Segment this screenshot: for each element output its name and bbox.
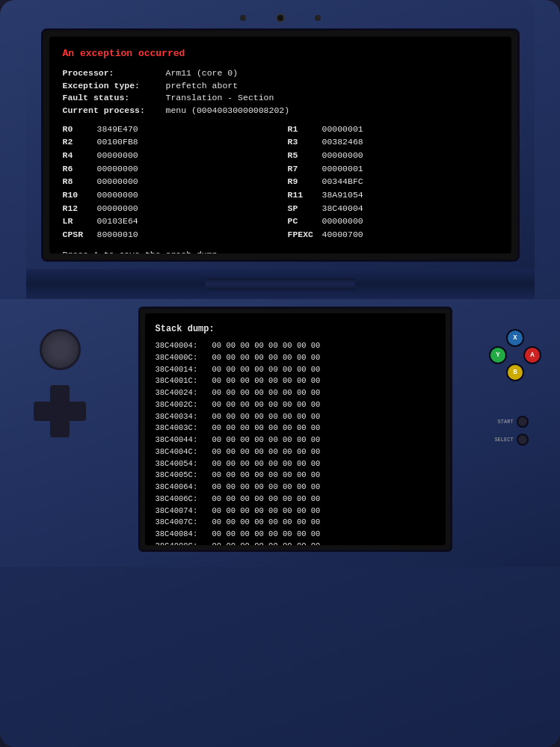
- fault-label: Fault status:: [63, 92, 160, 105]
- reg-name: R0: [63, 123, 93, 136]
- stack-bytes: 00 00 00 00 00 00 00 00: [212, 387, 321, 399]
- reg-name: R8: [63, 176, 93, 188]
- reg-val: 38C40004: [322, 203, 363, 215]
- stack-addr: 38C4007C:: [156, 517, 208, 529]
- register-row: R1200000000: [63, 203, 273, 215]
- register-row: R1000000000: [63, 189, 273, 202]
- hinge: [26, 269, 535, 299]
- stack-row: 38C4006C:00 00 00 00 00 00 00 00: [156, 494, 435, 505]
- stack-bytes: 00 00 00 00 00 00 00 00: [212, 482, 321, 494]
- reg-name: R5: [288, 150, 318, 162]
- reg-val: 00000000: [97, 150, 138, 162]
- stack-row: 38C40034:00 00 00 00 00 00 00 00: [156, 411, 435, 423]
- reg-val: 3849E470: [97, 123, 138, 136]
- register-row: LR00103E64: [63, 215, 273, 228]
- error-title: An exception occurred: [63, 47, 498, 61]
- stack-dump-title: Stack dump:: [156, 322, 435, 336]
- stack-addr: 38C40044:: [156, 434, 208, 446]
- stack-row: 38C40054:00 00 00 00 00 00 00 00: [156, 458, 435, 470]
- registers-grid: R03849E470R100000001R200100FB8R300382468…: [63, 123, 498, 242]
- select-button[interactable]: [517, 434, 529, 446]
- reg-val: 00100FB8: [97, 136, 138, 149]
- stack-addr: 38C4005C:: [156, 470, 208, 482]
- stack-addr: 38C40084:: [156, 529, 208, 541]
- reg-val: 00000000: [97, 163, 138, 176]
- register-row: SP38C40004: [288, 203, 498, 215]
- reg-val: 40000700: [322, 229, 363, 242]
- select-row: SELECT: [494, 434, 528, 446]
- bottom-screen-bezel: Stack dump: 38C40004:00 00 00 00 00 00 0…: [138, 307, 452, 552]
- reg-name: R3: [288, 136, 318, 149]
- button-y[interactable]: Y: [489, 346, 507, 364]
- reg-val: 80000010: [97, 229, 138, 242]
- stack-row: 38C40064:00 00 00 00 00 00 00 00: [156, 482, 435, 494]
- top-bar: [41, 13, 520, 22]
- start-button[interactable]: [517, 416, 529, 428]
- top-housing: An exception occurred Processor: Arm11 (…: [26, 0, 535, 269]
- stack-bytes: 00 00 00 00 00 00 00 00: [212, 517, 321, 529]
- processor-line: Processor: Arm11 (core 0): [63, 67, 498, 80]
- stack-bytes: 00 00 00 00 00 00 00 00: [212, 340, 321, 352]
- exception-label: Exception type:: [63, 80, 160, 93]
- stack-bytes: 00 00 00 00 00 00 00 00: [212, 470, 321, 482]
- stack-row: 38C4002C:00 00 00 00 00 00 00 00: [156, 399, 435, 411]
- stack-addr: 38C4003C:: [156, 422, 208, 434]
- stack-addr: 38C4000C:: [156, 352, 208, 364]
- exception-value: prefetch abort: [166, 80, 239, 93]
- stack-row: 38C40044:00 00 00 00 00 00 00 00: [156, 434, 435, 446]
- reg-val: 00000000: [97, 203, 138, 215]
- reg-name: R9: [288, 176, 318, 188]
- stack-bytes: 00 00 00 00 00 00 00 00: [212, 494, 321, 505]
- stack-bytes: 00 00 00 00 00 00 00 00: [212, 399, 321, 411]
- fault-line: Fault status: Translation - Section: [63, 92, 498, 105]
- left-controls: [15, 307, 105, 552]
- stack-addr: 38C40024:: [156, 387, 208, 399]
- reg-val: 38A91054: [322, 189, 363, 202]
- register-row: R400000000: [63, 150, 273, 162]
- stack-bytes: 00 00 00 00 00 00 00 00: [212, 364, 321, 376]
- button-b[interactable]: B: [506, 363, 524, 381]
- analog-stick[interactable]: [40, 329, 81, 370]
- prompt-line1: Press A to save the crash dump: [63, 249, 498, 253]
- dpad[interactable]: [34, 385, 86, 437]
- stack-row: 38C4000C:00 00 00 00 00 00 00 00: [156, 352, 435, 364]
- reg-val: 00344BFC: [322, 176, 363, 188]
- register-row: PC00000000: [288, 215, 498, 228]
- register-row: R900344BFC: [288, 176, 498, 188]
- dpad-vertical: [50, 385, 70, 437]
- process-value: menu (00040030000008202): [166, 105, 290, 117]
- register-row: CPSR80000010: [63, 229, 273, 242]
- reg-val: 00382468: [322, 136, 363, 149]
- device-body: An exception occurred Processor: Arm11 (…: [0, 0, 560, 747]
- stack-addr: 38C40064:: [156, 482, 208, 494]
- stack-addr: 38C40014:: [156, 364, 208, 376]
- start-row: START: [498, 416, 529, 428]
- reg-name: R11: [288, 189, 318, 202]
- stack-row: 38C4001C:00 00 00 00 00 00 00 00: [156, 375, 435, 387]
- reg-name: R10: [63, 189, 93, 202]
- register-row: R200100FB8: [63, 136, 273, 149]
- process-line: Current process: menu (00040030000008202…: [63, 105, 498, 117]
- register-row: R500000000: [288, 150, 498, 162]
- select-label: SELECT: [494, 437, 513, 443]
- button-a[interactable]: A: [523, 346, 541, 364]
- stack-addr: 38C4002C:: [156, 399, 208, 411]
- stack-row: 38C4004C:00 00 00 00 00 00 00 00: [156, 446, 435, 458]
- stack-row: 38C4007C:00 00 00 00 00 00 00 00: [156, 517, 435, 529]
- register-row: R600000000: [63, 163, 273, 176]
- reg-name: R2: [63, 136, 93, 149]
- stack-bytes: 00 00 00 00 00 00 00 00: [212, 422, 321, 434]
- stack-bytes: 00 00 00 00 00 00 00 00: [212, 411, 321, 423]
- reg-name: R12: [63, 203, 93, 215]
- led-left: [240, 15, 246, 21]
- processor-label: Processor:: [63, 67, 160, 80]
- stack-addr: 38C4001C:: [156, 375, 208, 387]
- register-row: R800000000: [63, 176, 273, 188]
- stack-addr: 38C40074:: [156, 505, 208, 517]
- stack-row: 38C40004:00 00 00 00 00 00 00 00: [156, 340, 435, 352]
- button-x[interactable]: X: [506, 329, 524, 347]
- led-right: [315, 15, 321, 21]
- stack-addr: 38C40054:: [156, 458, 208, 470]
- reg-val: 00103E64: [97, 215, 138, 228]
- stack-bytes: 00 00 00 00 00 00 00 00: [212, 505, 321, 517]
